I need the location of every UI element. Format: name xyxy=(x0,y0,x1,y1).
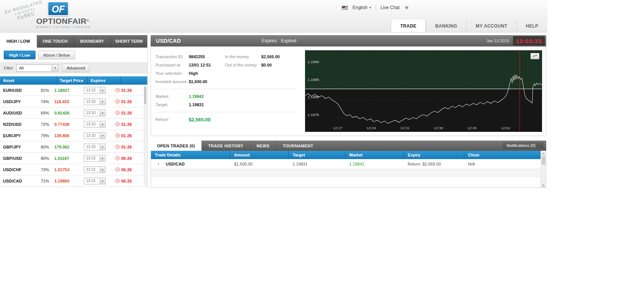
nav-tab-banking[interactable]: BANKING xyxy=(426,20,466,32)
countdown-value: 01:26 xyxy=(121,145,132,149)
empty-row-stripe xyxy=(151,169,541,178)
advanced-button[interactable]: Advanced xyxy=(62,64,89,72)
expiry-select[interactable]: 13:10▾ xyxy=(84,87,106,94)
countdown-value: 06:26 xyxy=(121,179,132,183)
tab-news[interactable]: NEWS xyxy=(250,141,276,151)
expiry-value: 13:15 xyxy=(84,167,96,172)
invested-label: Invested amount: xyxy=(156,79,189,84)
svg-text:1.1980: 1.1980 xyxy=(308,95,319,99)
chevron-down-icon[interactable]: ▾ xyxy=(100,88,105,93)
svg-text:12:52: 12:52 xyxy=(501,126,510,130)
scrollbar-thumb[interactable] xyxy=(542,156,545,165)
expiry-select[interactable]: 13:10▾ xyxy=(84,98,106,105)
trade-detail-panel: Transaction ID: 9842255 In the money $2,… xyxy=(151,46,546,136)
target-label: Target: xyxy=(156,102,189,107)
optionfair-logo[interactable]: OF OPTIONFAIR® BINARY OPTIONS TRADING xyxy=(36,2,100,28)
asset-row[interactable]: EUR/JPY79%139.80613:10▾01:26 xyxy=(0,130,147,141)
tab-short-term[interactable]: SHORT TERM xyxy=(111,35,147,48)
trade-expiry: Return: $2,565.00 xyxy=(404,162,464,166)
chevron-down-icon[interactable]: ▾ xyxy=(100,122,105,127)
market-label: Market: xyxy=(156,94,189,99)
svg-text:12:31: 12:31 xyxy=(400,126,410,130)
asset-list-scrollbar[interactable] xyxy=(144,85,146,186)
tab-open-trades[interactable]: OPEN TRADES (0) xyxy=(151,141,202,151)
expiry-cell: 13:10▾ xyxy=(80,144,113,150)
chevron-down-icon[interactable]: ▾ xyxy=(100,178,105,184)
notifications-button[interactable]: Notifications (0) ▾ xyxy=(503,142,544,149)
chevron-down-icon[interactable]: ▾ xyxy=(100,144,105,150)
asset-row[interactable]: EUR/USD81%1.1802713:10▾01:26 xyxy=(0,85,147,96)
asset-target-price: 139.806 xyxy=(49,133,80,138)
expiry-select[interactable]: 13:10▾ xyxy=(84,121,106,128)
registered-mark: ® xyxy=(86,19,89,23)
expires-value: Expired xyxy=(281,38,296,43)
svg-text:12:38: 12:38 xyxy=(434,126,443,130)
selection-label: Your selection: xyxy=(156,71,189,76)
brand-tagline: BINARY OPTIONS TRADING xyxy=(36,26,100,28)
scrollbar-thumb[interactable] xyxy=(144,87,146,104)
asset-row[interactable]: GBP/USD80%1.5116713:15▾06:26 xyxy=(0,153,147,164)
optionfair-app: EU REGULATED № 216/13 CySEC OF OPTIONFAI… xyxy=(0,0,547,188)
svg-text:12:45: 12:45 xyxy=(467,126,477,130)
asset-row[interactable]: GBP/JPY80%179.06213:10▾01:26 xyxy=(0,141,147,153)
expiry-value: 13:10 xyxy=(84,99,96,104)
high-low-mode-button[interactable]: High / Low xyxy=(4,51,35,59)
svg-text:1.1975: 1.1975 xyxy=(308,113,319,117)
asset-row[interactable]: USD/CHF73%1.0175313:15▾06:26 xyxy=(0,164,147,175)
current-date: Jan 13 2015 xyxy=(486,39,509,43)
chart-type-button[interactable] xyxy=(530,53,539,59)
chevron-down-icon: ▾ xyxy=(52,65,58,71)
chevron-down-icon[interactable]: ▾ xyxy=(100,99,105,104)
expiry-select[interactable]: 13:10▾ xyxy=(84,110,106,116)
asset-row[interactable]: USD/JPY74%118.45313:10▾01:26 xyxy=(0,96,147,107)
expiry-select[interactable]: 13:15▾ xyxy=(84,155,106,162)
filter-select[interactable]: All ▾ xyxy=(16,64,59,72)
asset-name: AUD/USD xyxy=(0,111,23,115)
tab-tournament[interactable]: TOURNAMENT xyxy=(276,141,320,151)
scroll-up-button[interactable]: ▲ xyxy=(541,151,546,156)
main-nav: TRADE BANKING MY ACCOUNT HELP xyxy=(391,20,547,32)
expiry-select[interactable]: 13:15▾ xyxy=(84,178,106,184)
trades-rows: ↑USD/CAD$1,500.001.198311.19842Return: $… xyxy=(151,159,546,169)
favorite-star-icon[interactable]: ★ xyxy=(404,4,409,11)
above-below-mode-button[interactable]: Above / Below xyxy=(38,51,75,59)
asset-row[interactable]: USD/CAD71%1.1986013:15▾06:26 xyxy=(0,175,147,187)
scroll-down-button[interactable]: ▼ xyxy=(541,183,546,187)
chevron-down-icon[interactable]: ▾ xyxy=(100,133,105,138)
asset-target-price: 179.062 xyxy=(49,145,80,149)
clock-icon xyxy=(116,111,120,115)
chevron-down-icon[interactable]: ▾ xyxy=(100,167,105,172)
tab-trade-history[interactable]: TRADE HISTORY xyxy=(202,141,250,151)
asset-row[interactable]: AUD/USD69%0.8142613:10▾01:26 xyxy=(0,107,147,119)
col-blank xyxy=(121,76,147,85)
tab-high-low[interactable]: HIGH / LOW xyxy=(0,35,37,48)
target-value: 1.19831 xyxy=(189,102,302,107)
chevron-down-icon[interactable]: ▾ xyxy=(100,156,105,161)
asset-payout: 71% xyxy=(23,179,49,183)
asset-row[interactable]: NZD/USD72%0.7743813:10▾01:26 xyxy=(0,119,147,130)
nav-tab-trade[interactable]: TRADE xyxy=(391,20,426,32)
open-trade-row[interactable]: ↑USD/CAD$1,500.001.198311.19842Return: $… xyxy=(151,159,546,169)
tab-boundary[interactable]: BOUNDARY xyxy=(74,35,111,48)
asset-target-price: 1.51167 xyxy=(49,156,80,161)
line-chart-icon xyxy=(532,54,538,58)
chevron-down-icon[interactable]: ▾ xyxy=(100,110,105,116)
language-flag-icon xyxy=(342,6,348,10)
language-selector[interactable]: English ▾ xyxy=(353,5,371,10)
expiry-cell: 13:15▾ xyxy=(80,178,113,184)
notifications-label: Notifications (0) xyxy=(507,143,535,148)
expiry-value: 13:10 xyxy=(84,145,96,149)
svg-text:12:24: 12:24 xyxy=(367,126,376,130)
trades-scrollbar[interactable]: ▲ ▼ xyxy=(541,151,546,187)
tab-one-touch[interactable]: ONE TOUCH xyxy=(37,35,74,48)
expiry-select[interactable]: 13:10▾ xyxy=(84,144,106,150)
asset-payout: 81% xyxy=(23,88,49,93)
nav-tab-my-account[interactable]: MY ACCOUNT xyxy=(466,20,516,32)
nav-tab-help[interactable]: HELP xyxy=(516,20,547,32)
expiry-select[interactable]: 13:15▾ xyxy=(84,166,106,173)
expiry-select[interactable]: 13:10▾ xyxy=(84,132,106,139)
expires-status: Expires:Expired xyxy=(262,38,296,43)
filter-select-value: All xyxy=(19,66,23,70)
expiry-cell: 13:10▾ xyxy=(80,87,113,94)
live-chat-link[interactable]: Live Chat xyxy=(381,5,400,10)
